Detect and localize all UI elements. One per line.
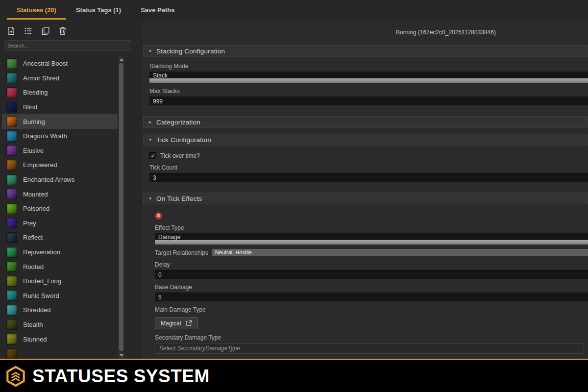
status-label: Mounted: [23, 191, 48, 198]
scroll-up-button[interactable]: [118, 56, 124, 63]
status-list-item[interactable]: [2, 346, 118, 359]
tab-statuses[interactable]: Statuses (20): [7, 0, 66, 20]
effect-type-dropdown[interactable]: Damage: [155, 233, 588, 245]
status-icon: [7, 59, 17, 69]
status-label: Rejuvenation: [23, 248, 60, 256]
status-icon: [7, 175, 17, 185]
status-label: Runic Sword: [23, 292, 59, 299]
foldout-expanded-icon: ▼: [148, 196, 152, 201]
on-tick-effects-header[interactable]: ▼ On Tick Effects: [143, 193, 588, 204]
status-icon: [7, 319, 17, 329]
trash-icon: [58, 26, 67, 35]
scrollbar-thumb[interactable]: [119, 63, 123, 351]
status-icon: [7, 349, 17, 359]
status-list-item[interactable]: Bleeding: [2, 85, 118, 100]
stacking-configuration-header[interactable]: ▼ Stacking Configuration: [143, 45, 588, 57]
status-list-item[interactable]: Rooted: [2, 259, 118, 274]
tab-save-paths[interactable]: Save Paths: [131, 0, 184, 20]
selected-status-title: Burning (167ec2c0_20251128033846): [142, 20, 588, 45]
status-icon: [7, 233, 17, 243]
status-icon: [7, 131, 17, 141]
status-list-item[interactable]: Ancestral Boost: [2, 56, 118, 71]
status-list-item[interactable]: Poisoned: [2, 201, 118, 216]
top-tab-bar: Statuses (20) Status Tags (1) Save Paths: [0, 0, 588, 20]
on-tick-effects-body: ✕ Effect Type Damage Target Relationship…: [143, 204, 588, 359]
status-label: Poisoned: [23, 205, 49, 212]
logo-icon: [6, 366, 25, 387]
status-list-item[interactable]: Blind: [2, 100, 118, 115]
section-title: Tick Configuration: [156, 136, 211, 144]
status-list-item[interactable]: Dragon's Wrath: [2, 129, 118, 144]
status-list-item[interactable]: Elusive: [2, 144, 118, 158]
main-damage-type-button[interactable]: Magical: [155, 317, 198, 329]
categorization-header[interactable]: ► Categorization: [143, 116, 588, 128]
status-list-item[interactable]: Stunned: [2, 332, 118, 346]
main-damage-type-value: Magical: [161, 320, 181, 327]
scroll-down-button[interactable]: [118, 352, 124, 359]
stacking-mode-label: Stacking Mode: [149, 63, 588, 70]
stacking-configuration-body: Stacking Mode Stack Max Stacks: [143, 57, 588, 110]
max-stacks-input[interactable]: [149, 97, 588, 105]
status-icon: [7, 276, 17, 286]
base-damage-input[interactable]: [155, 293, 588, 301]
status-label: Stealth: [23, 321, 43, 328]
status-label: Stunned: [23, 336, 47, 343]
delete-button[interactable]: [58, 26, 67, 35]
status-list-item[interactable]: Shredded: [2, 303, 118, 318]
tick-over-time-row: ✓ Tick over time?: [149, 152, 588, 159]
status-list-item[interactable]: Burning: [2, 114, 118, 129]
status-label: Blind: [23, 103, 37, 111]
target-relationships-row: Target Relationships Neutral, Hostile: [155, 249, 588, 256]
effect-type-label: Effect Type: [155, 224, 588, 231]
sidebar-scrollbar[interactable]: [118, 56, 124, 359]
secondary-damage-type-select[interactable]: Select SecondaryDamageType: [155, 343, 584, 354]
status-icon: [7, 305, 17, 315]
scroll-down-icon: [120, 354, 123, 357]
status-list-item[interactable]: Enchanted Arrows: [2, 172, 118, 187]
section-on-tick-effects: ▼ On Tick Effects ✕ Effect Type Damage T…: [143, 193, 588, 359]
status-label: Armor Shred: [23, 74, 59, 82]
foldout-expanded-icon: ▼: [148, 49, 152, 53]
app-window: Statuses (20) Status Tags (1) Save Paths: [0, 0, 588, 392]
tick-over-time-checkbox[interactable]: ✓: [149, 152, 156, 159]
status-list-item[interactable]: Prey: [2, 216, 118, 231]
section-stacking-configuration: ▼ Stacking Configuration Stacking Mode S…: [143, 45, 588, 110]
status-list-item[interactable]: Reflect: [2, 230, 118, 245]
section-title: Stacking Configuration: [156, 48, 225, 55]
delay-input[interactable]: [155, 270, 588, 279]
duplicate-button[interactable]: [41, 26, 50, 35]
status-list-item[interactable]: Stealth: [2, 318, 118, 332]
list-view-icon: [24, 26, 33, 35]
stacking-mode-dropdown[interactable]: Stack: [149, 72, 588, 83]
status-editor-panel: Burning (167ec2c0_20251128033846) ▼ Stac…: [142, 20, 588, 359]
list-view-button[interactable]: [24, 26, 33, 35]
status-list-item[interactable]: Runic Sword: [2, 289, 118, 303]
tick-over-time-label: Tick over time?: [160, 152, 200, 159]
tab-status-tags[interactable]: Status Tags (1): [66, 0, 131, 20]
target-relationships-value[interactable]: Neutral, Hostile: [212, 249, 588, 256]
status-list-item[interactable]: Mounted: [2, 187, 118, 201]
status-icon: [7, 247, 17, 257]
tick-configuration-header[interactable]: ▼ Tick Configuration: [143, 134, 588, 146]
status-label: Reflect: [23, 234, 43, 241]
section-tick-configuration: ▼ Tick Configuration ✓ Tick over time? T…: [143, 134, 588, 187]
new-asset-button[interactable]: [7, 26, 16, 35]
tick-count-input[interactable]: [149, 173, 588, 182]
status-list-item[interactable]: Rejuvenation: [2, 245, 118, 260]
banner-title: STATUSES SYSTEM: [32, 366, 210, 387]
status-list: Ancestral Boost Armor Shred Bleeding Bli…: [2, 56, 118, 359]
status-icon: [7, 117, 17, 126]
main-damage-type-label: Main Damage Type: [155, 306, 588, 313]
status-label: Burning: [23, 118, 45, 125]
tick-configuration-body: ✓ Tick over time? Tick Count: [143, 146, 588, 187]
status-list-item[interactable]: Rooted_Long: [2, 274, 118, 289]
status-label: Prey: [23, 220, 36, 227]
search-input[interactable]: [4, 40, 131, 50]
status-list-item[interactable]: Empowered: [2, 158, 118, 172]
status-list-item[interactable]: Armor Shred: [2, 71, 118, 86]
remove-effect-button[interactable]: ✕: [155, 212, 162, 220]
foldout-expanded-icon: ▼: [148, 138, 152, 142]
status-label: Elusive: [23, 147, 44, 154]
status-label: Enchanted Arrows: [23, 176, 75, 183]
status-sidebar: Ancestral Boost Armor Shred Bleeding Bli…: [0, 20, 142, 359]
